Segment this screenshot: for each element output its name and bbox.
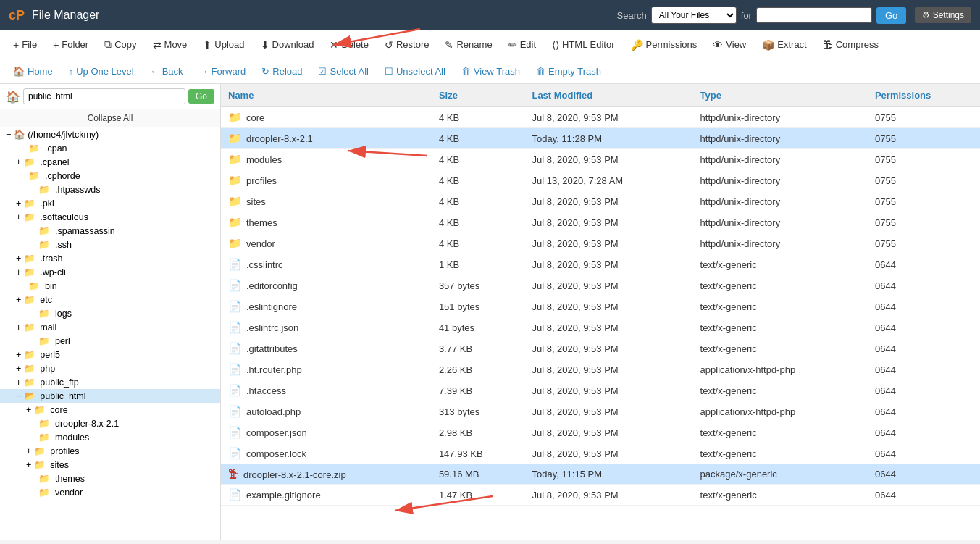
- col-header-size[interactable]: Size: [432, 84, 525, 107]
- html-editor-button[interactable]: ⟨⟩HTML Editor: [545, 35, 621, 54]
- col-header-last-modified[interactable]: Last Modified: [524, 84, 692, 107]
- home-icon: 🏠: [14, 130, 25, 140]
- extract-button[interactable]: 📦Extract: [755, 35, 813, 54]
- empty-trash-nav-button[interactable]: 🗑Empty Trash: [529, 63, 608, 80]
- tree-item-cphorde[interactable]: 📁 .cphorde: [0, 169, 220, 183]
- col-header-name[interactable]: Name: [221, 84, 432, 107]
- unselect-all-nav-button[interactable]: ☐Unselect All: [377, 63, 453, 80]
- table-row[interactable]: 📄composer.lock 147.93 KB Jul 8, 2020, 9:…: [221, 443, 980, 464]
- expand-icon: +: [26, 460, 31, 470]
- tree-item-public_ftp[interactable]: + 📁 public_ftp: [0, 375, 220, 389]
- search-input[interactable]: [756, 7, 872, 23]
- tree-item-sites[interactable]: + 📁 sites: [0, 458, 220, 472]
- table-row[interactable]: 📁droopler-8.x-2.1 4 KB Today, 11:28 PM h…: [221, 128, 980, 149]
- new-folder-button[interactable]: +Folder: [46, 35, 96, 54]
- table-row[interactable]: 📄.ht.router.php 2.26 KB Jul 8, 2020, 9:5…: [221, 359, 980, 380]
- file-modified-cell: Jul 8, 2020, 9:53 PM: [524, 443, 692, 464]
- tree-item-spamassassin[interactable]: 📁 .spamassassin: [0, 224, 220, 238]
- compress-button[interactable]: 🗜Compress: [816, 35, 886, 54]
- tree-item-profiles[interactable]: + 📁 profiles: [0, 444, 220, 458]
- table-row[interactable]: 📄.csslintrc 1 KB Jul 8, 2020, 9:53 PM te…: [221, 254, 980, 275]
- new-file-button[interactable]: +File: [6, 35, 44, 54]
- tree-item-pki[interactable]: + 📁 .pki: [0, 196, 220, 210]
- search-go-button[interactable]: Go: [876, 7, 906, 24]
- edit-button[interactable]: ✏Edit: [501, 35, 543, 54]
- tree-item-label: core: [50, 405, 67, 415]
- collapse-all-button[interactable]: Collapse All: [0, 109, 220, 127]
- table-row[interactable]: 📄composer.json 2.98 KB Jul 8, 2020, 9:53…: [221, 422, 980, 443]
- tree-item-htpasswds[interactable]: 📁 .htpasswds: [0, 183, 220, 196]
- tree-item-bin[interactable]: 📁 bin: [0, 279, 220, 293]
- tree-item-modules[interactable]: 📁 modules: [0, 430, 220, 444]
- reload-icon: ↻: [261, 66, 269, 77]
- settings-button[interactable]: ⚙ Settings: [915, 7, 971, 23]
- tree-item-ssh[interactable]: 📁 .ssh: [0, 238, 220, 251]
- table-row[interactable]: 📄.eslintrc.json 41 bytes Jul 8, 2020, 9:…: [221, 317, 980, 338]
- file-name-cell: 📄.eslintignore: [221, 296, 432, 317]
- table-row[interactable]: 📄autoload.php 313 bytes Jul 8, 2020, 9:5…: [221, 401, 980, 422]
- tree-item-public_html[interactable]: − 📂 public_html: [0, 389, 220, 403]
- table-row[interactable]: 📁profiles 4 KB Jul 13, 2020, 7:28 AM htt…: [221, 170, 980, 191]
- tree-item-logs[interactable]: 📁 logs: [0, 306, 220, 320]
- reload-nav-button[interactable]: ↻Reload: [254, 63, 309, 80]
- tree-item-trash[interactable]: + 📁 .trash: [0, 251, 220, 265]
- col-header-type[interactable]: Type: [693, 84, 868, 107]
- tree-item-vendor[interactable]: 📁 vendor: [0, 485, 220, 499]
- tree-item-themes[interactable]: 📁 themes: [0, 472, 220, 485]
- up-one-level-nav-button[interactable]: ↑Up One Level: [62, 63, 141, 80]
- tree-item-perl[interactable]: 📁 perl: [0, 334, 220, 348]
- tree-item-core[interactable]: + 📁 core: [0, 403, 220, 417]
- tree-item-droopler[interactable]: 📁 droopler-8.x-2.1: [0, 417, 220, 430]
- expand-icon: +: [16, 212, 21, 222]
- copy-button[interactable]: ⧉Copy: [97, 35, 143, 54]
- table-row[interactable]: 📁modules 4 KB Jul 8, 2020, 9:53 PM httpd…: [221, 149, 980, 170]
- move-button[interactable]: ⇄Move: [146, 35, 195, 54]
- table-row[interactable]: 📄.gitattributes 3.77 KB Jul 8, 2020, 9:5…: [221, 338, 980, 359]
- path-input[interactable]: [23, 88, 185, 104]
- tree-item-label: profiles: [50, 446, 79, 456]
- table-row[interactable]: 📁themes 4 KB Jul 8, 2020, 9:53 PM httpd/…: [221, 212, 980, 233]
- table-row[interactable]: 🗜droopler-8.x-2.1-core.zip 59.16 MB Toda…: [221, 464, 980, 485]
- cpanel-logo: cP: [9, 8, 25, 23]
- tree-item-softaculous[interactable]: + 📁 .softaculous: [0, 210, 220, 224]
- tree-item-etc[interactable]: + 📁 etc: [0, 293, 220, 306]
- restore-button[interactable]: ↺Restore: [377, 35, 437, 54]
- home-nav-button[interactable]: 🏠Home: [6, 63, 60, 80]
- select-all-nav-button[interactable]: ☑Select All: [311, 63, 375, 80]
- table-row[interactable]: 📁core 4 KB Jul 8, 2020, 9:53 PM httpd/un…: [221, 107, 980, 128]
- tree-item-wp-cli[interactable]: + 📁 .wp-cli: [0, 265, 220, 279]
- folder-icon: 📁: [38, 432, 50, 443]
- tree-item-php[interactable]: + 📁 php: [0, 361, 220, 375]
- path-go-button[interactable]: Go: [188, 89, 214, 104]
- view-button[interactable]: 👁View: [705, 35, 753, 54]
- file-size-cell: 59.16 MB: [432, 464, 525, 485]
- tree-item-cpan[interactable]: 📁 .cpan: [0, 141, 220, 155]
- table-row[interactable]: 📄.editorconfig 357 bytes Jul 8, 2020, 9:…: [221, 275, 980, 296]
- delete-button[interactable]: ✕Delete: [322, 35, 376, 54]
- file-size-cell: 357 bytes: [432, 275, 525, 296]
- table-row[interactable]: 📁vendor 4 KB Jul 8, 2020, 9:53 PM httpd/…: [221, 233, 980, 254]
- col-header-permissions[interactable]: Permissions: [868, 84, 980, 107]
- download-button[interactable]: ⬇Download: [254, 35, 322, 54]
- table-row[interactable]: 📄example.gitignore 1.47 KB Jul 8, 2020, …: [221, 485, 980, 506]
- upload-button[interactable]: ⬆Upload: [196, 35, 251, 54]
- folder-icon: 📁: [28, 281, 40, 291]
- tree-item-label: public_html: [40, 391, 85, 401]
- search-scope-select[interactable]: All Your Files Public HTML Home Director…: [651, 7, 737, 24]
- folder-icon: 📁: [24, 212, 35, 222]
- file-type-cell: text/x-generic: [693, 275, 868, 296]
- rename-button[interactable]: ✎Rename: [437, 35, 499, 54]
- tree-item-root[interactable]: − 🏠 (/home4/jlvtckmy): [0, 127, 220, 141]
- folder-icon: 📁: [228, 237, 242, 249]
- forward-nav-button[interactable]: →Forward: [192, 63, 254, 80]
- file-name-cell: 📁vendor: [221, 233, 432, 254]
- permissions-button[interactable]: 🔑Permissions: [624, 35, 705, 54]
- table-row[interactable]: 📄.eslintignore 151 bytes Jul 8, 2020, 9:…: [221, 296, 980, 317]
- tree-item-cpanel[interactable]: + 📁 .cpanel: [0, 155, 220, 169]
- back-nav-button[interactable]: ←Back: [143, 63, 190, 80]
- table-row[interactable]: 📁sites 4 KB Jul 8, 2020, 9:53 PM httpd/u…: [221, 191, 980, 212]
- tree-item-perl5[interactable]: + 📁 perl5: [0, 348, 220, 361]
- view-trash-nav-button[interactable]: 🗑View Trash: [454, 63, 527, 80]
- table-row[interactable]: 📄.htaccess 7.39 KB Jul 8, 2020, 9:53 PM …: [221, 380, 980, 401]
- tree-item-mail[interactable]: + 📁 mail: [0, 320, 220, 334]
